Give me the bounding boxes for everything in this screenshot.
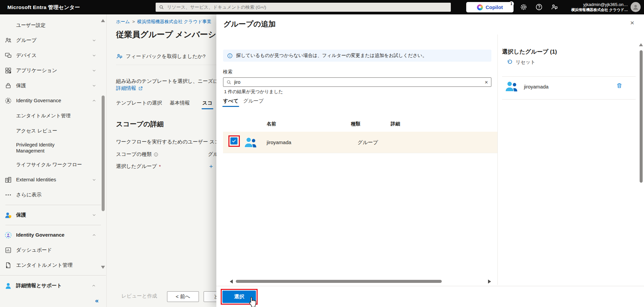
info-banner: 探しているものが見つからない場合は、フィルターの変更または追加をお試しください。	[223, 50, 491, 62]
sidebar-scrollbar-thumb[interactable]	[102, 96, 105, 211]
selected-group-field-label: 選択したグループ *	[116, 163, 161, 170]
person-icon	[632, 3, 639, 11]
sidebar-item-protection[interactable]: 保護	[0, 78, 106, 93]
group-icon	[244, 136, 257, 148]
sidebar-item-entitlement-management[interactable]: エンタイトルメント管理	[0, 108, 106, 123]
sidebar-item-devices[interactable]: デバイス	[0, 48, 106, 63]
sidebar-item-dashboard[interactable]: ダッシュボード	[0, 243, 106, 258]
info-icon	[154, 152, 158, 157]
sidebar-item-identity-governance[interactable]: Identity Governance	[0, 93, 106, 108]
scope-type-label: スコープの種類	[116, 151, 152, 158]
chevron-up-icon	[92, 99, 96, 103]
add-group-link[interactable]: ＋	[208, 162, 214, 170]
selected-item-name: jiroyamada	[524, 84, 548, 89]
feedback-link[interactable]: フィードバックを取得しましたか?	[116, 53, 206, 60]
sidebar-item-lifecycle-workflows[interactable]: ライフサイクル ワークフロー	[0, 157, 106, 172]
search-icon	[159, 5, 164, 10]
sidebar-item-protection-2[interactable]: 保護	[0, 207, 106, 223]
tab-all[interactable]: すべて	[223, 98, 238, 104]
sidebar-item-user-settings[interactable]: ユーザー設定	[0, 18, 106, 33]
row-checkbox[interactable]	[230, 137, 237, 144]
sidebar-item-access-reviews[interactable]: アクセス レビュー	[0, 123, 106, 138]
divider	[497, 35, 498, 285]
sidebar-item-entitlement-management-2[interactable]: エンタイトルメント管理	[0, 258, 106, 273]
tab-groups[interactable]: グループ	[243, 98, 264, 104]
info-icon	[227, 53, 233, 59]
column-header-name: 名前	[267, 121, 276, 127]
info-banner-text: 探しているものが見つからない場合は、フィルターの変更または追加をお試しください。	[236, 53, 427, 59]
global-search-input[interactable]	[167, 5, 447, 10]
close-icon[interactable]: ×	[628, 18, 637, 27]
vertical-scrollbar-thumb[interactable]	[640, 50, 643, 183]
notification-badge: 1	[509, 1, 514, 6]
selected-group-label: 選択したグループ	[116, 163, 157, 170]
sidebar-scroll-down-arrow[interactable]	[101, 266, 105, 269]
horizontal-scrollbar-thumb[interactable]	[236, 280, 442, 283]
account-tenant: 横浜情報機器株式会社 クラウド…	[564, 7, 628, 12]
notifications-button[interactable]: 1	[504, 3, 512, 11]
search-label: 検索	[223, 69, 232, 75]
flyout-title: グループの追加	[223, 19, 276, 29]
protection-person-icon	[5, 211, 12, 219]
help-button[interactable]	[535, 3, 543, 11]
table-row[interactable]: jiroyamada グループ	[223, 132, 497, 153]
clear-search-icon[interactable]: ×	[485, 79, 488, 85]
feedback-button[interactable]	[551, 3, 558, 11]
column-header-type: 種類	[351, 121, 360, 127]
undo-icon	[507, 59, 513, 65]
column-header-detail: 詳細	[391, 121, 400, 127]
group-search-input[interactable]	[234, 79, 482, 85]
sidebar-item-learn-support[interactable]: 詳細情報とサポート	[0, 278, 106, 293]
gear-icon	[520, 3, 527, 11]
selected-groups-title: 選択したグループ (1)	[502, 48, 557, 56]
sidebar-item-identity-governance-2[interactable]: Identity Governance	[0, 228, 106, 243]
scope-type-field-label: スコープの種類	[116, 151, 158, 158]
account-menu[interactable]: yjkadmin@yjk365.on… 横浜情報機器株式会社 クラウド…	[564, 2, 628, 12]
avatar[interactable]	[631, 2, 641, 12]
chevron-down-icon	[92, 53, 96, 58]
learn-more-link[interactable]: 詳細情報	[116, 85, 143, 91]
flyout-footer: 選択	[216, 286, 644, 307]
settings-button[interactable]	[520, 3, 527, 11]
previous-button[interactable]: < 前へ	[167, 291, 199, 302]
feedback-label: フィードバックを取得しましたか?	[126, 53, 206, 60]
hscroll-left-arrow[interactable]	[230, 280, 233, 284]
vscroll-up-arrow[interactable]	[639, 43, 643, 46]
sidebar-item-pim[interactable]: Privileged Identity Management	[0, 138, 106, 157]
copilot-label: Copilot	[486, 4, 503, 10]
sidebar-scroll-up-arrow[interactable]	[101, 19, 105, 22]
divider	[5, 205, 101, 205]
chevron-down-icon	[92, 213, 96, 217]
chevron-down-icon	[92, 83, 96, 88]
sidebar-item-groups[interactable]: グループ	[0, 33, 106, 48]
sidebar-collapse-button[interactable]: «	[95, 297, 99, 304]
review-create-button[interactable]: レビューと作成	[121, 293, 157, 299]
chevron-down-icon	[92, 38, 96, 43]
reset-button[interactable]: リセット	[507, 59, 535, 65]
sidebar-item-external-identities[interactable]: External Identities	[0, 172, 106, 187]
breadcrumb: ホーム>横浜情報機器株式会社 クラウド事業	[116, 19, 211, 25]
chevron-up-icon	[92, 284, 96, 288]
support-person-icon	[5, 282, 12, 289]
sidebar-item-label: さらに表示	[16, 192, 106, 198]
divider	[502, 99, 636, 100]
hand-cursor	[248, 296, 258, 307]
sidebar-item-show-more[interactable]: さらに表示	[0, 187, 106, 202]
tab-scope[interactable]: スコ	[202, 100, 213, 106]
sidebar-item-applications[interactable]: アプリケーション	[0, 63, 106, 78]
trash-icon[interactable]	[616, 82, 623, 89]
tab-basics[interactable]: 基本情報	[170, 100, 190, 106]
tab-select-template[interactable]: テンプレートの選択	[116, 100, 162, 106]
chevron-down-icon	[92, 178, 96, 182]
section-description: ワークフローを実行するためのユーザー スコー	[116, 139, 225, 145]
add-groups-flyout: グループの追加 × 探しているものが見つからない場合は、フィルターの変更または追…	[216, 14, 644, 307]
divider	[116, 65, 217, 65]
breadcrumb-current-link[interactable]: 横浜情報機器株式会社 クラウド事業	[137, 19, 211, 24]
breadcrumb-home-link[interactable]: ホーム	[116, 19, 130, 24]
sidebar: ユーザー設定 グループ デバイス アプリケーション 保護	[0, 14, 107, 307]
app-title[interactable]: Microsoft Entra 管理センター	[7, 0, 80, 14]
identity-governance-color-icon	[5, 232, 12, 239]
sidebar-bottom-section: 詳細情報とサポート «	[0, 275, 106, 307]
hscroll-right-arrow[interactable]	[488, 280, 491, 284]
group-search-box: ×	[223, 77, 491, 87]
